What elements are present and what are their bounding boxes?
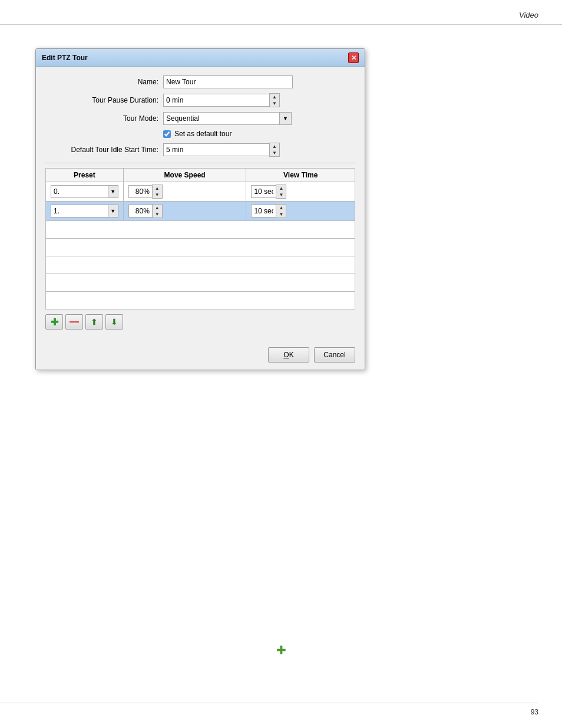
empty-row bbox=[46, 292, 355, 309]
page-header: Video bbox=[0, 0, 562, 25]
table-toolbar: ✚ — ⬆ ⬇ bbox=[45, 309, 355, 335]
remove-button[interactable]: — bbox=[65, 314, 83, 330]
move-up-icon: ⬆ bbox=[91, 317, 98, 327]
name-label: Name: bbox=[45, 78, 163, 86]
speed-spinner-1: ▲ ▼ bbox=[152, 204, 163, 218]
empty-row bbox=[46, 221, 355, 239]
empty-row bbox=[46, 274, 355, 292]
time-up-0[interactable]: ▲ bbox=[276, 185, 286, 192]
dialog-footer: OK Cancel bbox=[36, 342, 365, 370]
tour-pause-input[interactable] bbox=[163, 94, 269, 107]
table-header-row: Preset Move Speed View Time bbox=[46, 169, 355, 182]
tour-pause-control: ▲ ▼ bbox=[163, 93, 355, 107]
speed-cell: ▲ ▼ bbox=[123, 202, 246, 221]
preset-table: Preset Move Speed View Time 0. bbox=[45, 168, 355, 309]
tour-mode-control: Sequential Random ▼ bbox=[163, 112, 355, 125]
tour-mode-select[interactable]: Sequential Random bbox=[163, 112, 280, 125]
ok-label: OK bbox=[283, 351, 293, 359]
time-down-0[interactable]: ▼ bbox=[276, 192, 286, 198]
time-cell: ▲ ▼ bbox=[246, 182, 355, 202]
time-input-1[interactable] bbox=[251, 205, 276, 218]
tour-pause-label: Tour Pause Duration: bbox=[45, 96, 163, 104]
tour-mode-label: Tour Mode: bbox=[45, 114, 163, 123]
cancel-label: Cancel bbox=[323, 351, 345, 359]
preset-cell: 1. ▼ bbox=[46, 202, 124, 221]
speed-spinner-0: ▲ ▼ bbox=[152, 185, 163, 199]
time-up-1[interactable]: ▲ bbox=[276, 205, 286, 211]
idle-start-spinner: ▲ ▼ bbox=[269, 143, 280, 157]
form-divider bbox=[45, 163, 355, 163]
time-cell: ▲ ▼ bbox=[246, 202, 355, 221]
speed-down-0[interactable]: ▼ bbox=[153, 192, 162, 198]
cancel-button[interactable]: Cancel bbox=[314, 347, 355, 363]
speed-down-1[interactable]: ▼ bbox=[153, 211, 162, 218]
tour-mode-row: Tour Mode: Sequential Random ▼ bbox=[45, 112, 355, 125]
add-button[interactable]: ✚ bbox=[45, 314, 63, 330]
tour-pause-spinner: ▲ ▼ bbox=[269, 93, 280, 107]
edit-ptz-tour-dialog: Edit PTZ Tour ✕ Name: Tour Pause Duratio… bbox=[35, 48, 365, 370]
ok-button[interactable]: OK bbox=[268, 347, 309, 363]
time-spinner-1: ▲ ▼ bbox=[276, 204, 286, 218]
preset-select-1[interactable]: 1. bbox=[51, 205, 108, 218]
page-footer: 93 bbox=[0, 703, 538, 716]
col-preset: Preset bbox=[46, 169, 124, 182]
time-spinner-0: ▲ ▼ bbox=[276, 185, 286, 199]
close-button[interactable]: ✕ bbox=[348, 52, 359, 63]
name-control bbox=[163, 75, 355, 88]
idle-start-input[interactable] bbox=[163, 143, 269, 156]
empty-row bbox=[46, 256, 355, 274]
idle-start-up[interactable]: ▲ bbox=[270, 143, 279, 150]
tour-pause-row: Tour Pause Duration: ▲ ▼ bbox=[45, 93, 355, 107]
section-title: Video bbox=[519, 11, 538, 19]
default-tour-row: Set as default tour bbox=[45, 130, 355, 138]
tour-pause-down[interactable]: ▼ bbox=[270, 100, 279, 107]
col-speed: Move Speed bbox=[123, 169, 246, 182]
idle-start-label: Default Tour Idle Start Time: bbox=[45, 146, 163, 154]
tour-pause-up[interactable]: ▲ bbox=[270, 94, 279, 100]
idle-start-down[interactable]: ▼ bbox=[270, 150, 279, 156]
idle-start-row: Default Tour Idle Start Time: ▲ ▼ bbox=[45, 143, 355, 157]
preset-arrow-0[interactable]: ▼ bbox=[108, 185, 118, 198]
preset-cell: 0. ▼ bbox=[46, 182, 124, 202]
table-row: 0. ▼ ▲ ▼ bbox=[46, 182, 355, 202]
dialog-title: Edit PTZ Tour bbox=[42, 54, 88, 62]
speed-up-0[interactable]: ▲ bbox=[153, 185, 162, 192]
center-add-icon: ✚ bbox=[276, 643, 286, 657]
name-row: Name: bbox=[45, 75, 355, 88]
name-input[interactable] bbox=[163, 75, 293, 88]
move-up-button[interactable]: ⬆ bbox=[85, 314, 103, 330]
tour-mode-arrow[interactable]: ▼ bbox=[280, 112, 292, 125]
speed-up-1[interactable]: ▲ bbox=[153, 205, 162, 211]
dialog-body: Name: Tour Pause Duration: ▲ ▼ bbox=[36, 67, 365, 342]
close-icon: ✕ bbox=[351, 54, 356, 62]
table-row: 1. ▼ ▲ ▼ bbox=[46, 202, 355, 221]
preset-arrow-1[interactable]: ▼ bbox=[108, 205, 118, 218]
time-down-1[interactable]: ▼ bbox=[276, 211, 286, 218]
add-icon: ✚ bbox=[51, 317, 58, 328]
empty-row bbox=[46, 239, 355, 256]
time-input-0[interactable] bbox=[251, 185, 276, 198]
col-time: View Time bbox=[246, 169, 355, 182]
speed-input-1[interactable] bbox=[128, 205, 152, 218]
page-number: 93 bbox=[531, 708, 538, 716]
set-default-checkbox[interactable] bbox=[163, 130, 171, 138]
remove-icon: — bbox=[70, 317, 79, 327]
dialog-titlebar: Edit PTZ Tour ✕ bbox=[36, 49, 365, 67]
move-down-icon: ⬇ bbox=[111, 317, 118, 327]
speed-cell: ▲ ▼ bbox=[123, 182, 246, 202]
idle-start-control: ▲ ▼ bbox=[163, 143, 355, 157]
set-default-label[interactable]: Set as default tour bbox=[174, 130, 232, 138]
move-down-button[interactable]: ⬇ bbox=[105, 314, 123, 330]
preset-select-0[interactable]: 0. bbox=[51, 185, 108, 198]
speed-input-0[interactable] bbox=[128, 185, 152, 198]
